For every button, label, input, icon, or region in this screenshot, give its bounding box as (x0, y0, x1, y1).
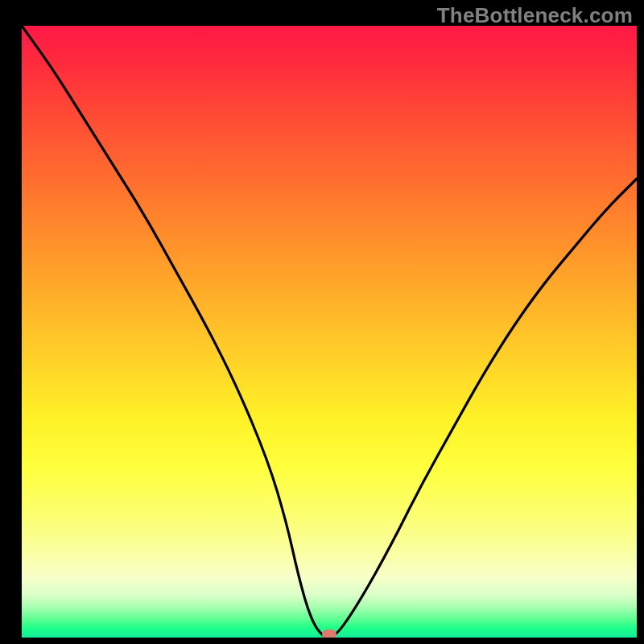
chart-container: TheBottleneck.com (0, 0, 644, 644)
minimum-marker (322, 630, 336, 638)
plot-area (22, 26, 637, 638)
curve-svg (22, 26, 637, 638)
bottleneck-curve (22, 26, 637, 638)
watermark-text: TheBottleneck.com (437, 3, 633, 28)
